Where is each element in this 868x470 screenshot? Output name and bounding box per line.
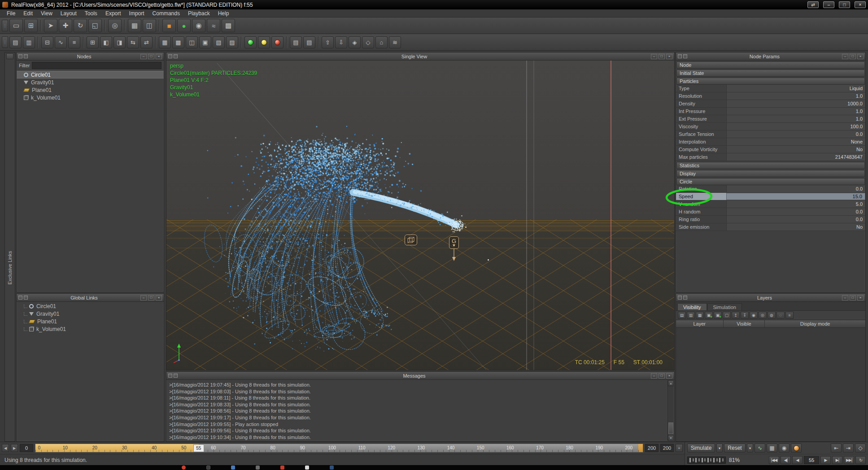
param-value[interactable]: 0.0	[726, 216, 865, 223]
taskbar-app-icon[interactable]	[206, 466, 210, 470]
param-row-side-emission[interactable]: Side emission No	[676, 223, 865, 231]
image-viewer-icon[interactable]: ◨	[113, 36, 126, 48]
tab-visibility[interactable]: Visibility	[677, 303, 707, 310]
menu-export[interactable]: Export	[101, 10, 125, 17]
render-icon[interactable]: ▧	[213, 36, 225, 48]
layer-add-selected-icon[interactable]: ▣+	[714, 312, 722, 319]
param-row-ring-ratio[interactable]: Ring ratio 0.0	[676, 216, 865, 223]
param-row-int-pressure[interactable]: Int Pressure 1.0	[676, 108, 865, 115]
kvolume-gizmo[interactable]	[405, 235, 417, 245]
play-button[interactable]: ▶	[820, 456, 831, 464]
node-item-plane01[interactable]: Plane01	[17, 86, 164, 94]
param-row-compute-vorticity[interactable]: Compute Vorticity No	[676, 146, 865, 153]
mesh-build-icon[interactable]: ▦	[159, 36, 171, 48]
add-object-icon[interactable]: ◫	[143, 19, 156, 32]
layers-titlebar[interactable]: Layers – □ ×	[676, 294, 865, 302]
loop-button[interactable]: ↻	[855, 456, 866, 464]
messages-titlebar[interactable]: Messages – □ ×	[166, 372, 674, 380]
move-tool-icon[interactable]: ✚	[59, 19, 72, 32]
layer-move-up-icon[interactable]: ↥	[732, 312, 740, 319]
simulate-dropdown-icon[interactable]: ▾	[716, 444, 723, 453]
gravity-gizmo-box[interactable]: G	[449, 236, 459, 249]
panel-close-icon[interactable]: ×	[857, 54, 864, 59]
link-item-circle01[interactable]: Circle01	[17, 302, 164, 310]
node-item-circle01[interactable]: Circle01	[17, 71, 164, 78]
panel-close-icon[interactable]: ×	[666, 373, 672, 379]
taskbar-app-icon[interactable]	[280, 466, 284, 470]
param-row-ext-pressure[interactable]: Ext Pressure 1.0	[676, 115, 865, 123]
gravity-gizmo[interactable]: G	[449, 236, 459, 261]
curve-editor-icon[interactable]: ∿	[55, 36, 67, 48]
param-row-speed[interactable]: Speed 15.0	[676, 193, 865, 200]
param-value[interactable]: 1.0	[726, 108, 865, 115]
link-item-plane01[interactable]: Plane01	[17, 318, 164, 325]
maxwell-icon[interactable]: ▨	[226, 36, 238, 48]
param-value[interactable]: 1000.0	[726, 100, 865, 107]
sim-status-red-icon[interactable]	[271, 36, 284, 48]
layer-solo-icon[interactable]: ◍	[768, 312, 776, 319]
panel-minimize-icon[interactable]: –	[140, 295, 147, 300]
menu-view[interactable]: View	[37, 10, 57, 17]
toolbar-grip[interactable]: ⋮	[2, 36, 8, 48]
retime-left-icon[interactable]: ⇤	[831, 444, 842, 453]
object-mesh-icon[interactable]: ◫	[186, 36, 198, 48]
panel-minimize-icon[interactable]: –	[651, 373, 657, 379]
timeline-collapse-right-icon[interactable]: ▶	[11, 444, 18, 452]
titlebar[interactable]: RealFlow(x86_64) 2012 - [C:/Users/Simo/s…	[0, 0, 868, 9]
nodes-panel-titlebar[interactable]: Nodes – □ ×	[17, 52, 164, 61]
param-row-density[interactable]: Density 1000.0	[676, 100, 865, 108]
param-value[interactable]: 0.0	[726, 208, 865, 215]
curves-graph-icon[interactable]: ∿	[755, 444, 765, 453]
select-tool-icon[interactable]: ➤	[44, 19, 57, 32]
layer-remove-node-icon[interactable]: ▢	[723, 312, 731, 319]
menu-help[interactable]: Help	[214, 10, 233, 17]
param-row-type[interactable]: Type Liquid	[676, 85, 865, 92]
panel-minimize-icon[interactable]: –	[842, 54, 848, 59]
add-emitter-icon[interactable]: ■	[162, 19, 176, 32]
messages-scrollbar[interactable]: ▲ ▼	[667, 380, 674, 441]
panel-float-icon[interactable]: □	[850, 54, 856, 59]
batch-script-icon[interactable]: ⊞	[87, 36, 99, 48]
layout-panels-icon[interactable]: ⊟	[41, 36, 53, 48]
taskbar-app-icon[interactable]	[305, 466, 309, 470]
sim-state-led[interactable]	[791, 444, 802, 453]
menu-tools[interactable]: Tools	[81, 10, 101, 17]
panel-minimize-icon[interactable]: –	[842, 295, 848, 300]
maximize-button[interactable]: □	[839, 1, 850, 8]
waves-alt-icon[interactable]: ≋	[389, 36, 401, 48]
param-row-interpolation[interactable]: Interpolation None	[676, 138, 865, 146]
movie-player-icon[interactable]: ◧	[100, 36, 112, 48]
param-value[interactable]: No	[726, 146, 865, 153]
reset-dropdown-icon[interactable]: ▾	[747, 444, 753, 453]
swap-arrows-icon[interactable]: ⇄	[807, 1, 819, 8]
range-end-field[interactable]: 200	[645, 444, 659, 452]
realwave-icon[interactable]: ≈	[207, 19, 220, 32]
section-display[interactable]: Display	[676, 170, 865, 177]
layer-settings-icon[interactable]: ≡	[785, 312, 794, 319]
tab-simulation[interactable]: Simulation	[707, 303, 742, 310]
param-value[interactable]: Liquid	[726, 85, 865, 92]
panel-float-icon[interactable]: □	[659, 373, 665, 379]
rotate-tool-icon[interactable]: ↻	[74, 19, 87, 32]
node-params-titlebar[interactable]: Node Params – □ ×	[676, 52, 865, 61]
minimize-button[interactable]: –	[823, 1, 834, 8]
current-frame-marker[interactable]: 55	[193, 444, 204, 452]
menu-edit[interactable]: Edit	[19, 10, 37, 17]
add-cube-icon[interactable]: ▦	[128, 19, 141, 32]
panel-minimize-icon[interactable]: –	[140, 54, 147, 59]
preview-eye-icon[interactable]: ◉	[779, 444, 789, 453]
panel-minimize-icon[interactable]: –	[651, 54, 657, 59]
panel-close-icon[interactable]: ×	[156, 295, 162, 300]
layer-delete-icon[interactable]: ▥	[687, 312, 695, 319]
global-links-titlebar[interactable]: Global Links – □ ×	[17, 294, 164, 302]
grid-domain-icon[interactable]: ▩	[222, 19, 235, 32]
export-down-icon[interactable]: ⇩	[335, 36, 347, 48]
param-value[interactable]: 5.0	[726, 200, 865, 208]
param-value[interactable]: 0.0	[726, 131, 865, 138]
exclusive-links-tab-icon[interactable]	[6, 53, 13, 59]
param-value[interactable]: 1.0	[726, 92, 865, 100]
step-forward-button[interactable]: ▶|	[832, 456, 842, 464]
param-row-viscosity[interactable]: Viscosity 100.0	[676, 123, 865, 131]
menu-layout[interactable]: Layout	[57, 10, 81, 17]
param-value[interactable]: 0.0	[726, 185, 865, 192]
